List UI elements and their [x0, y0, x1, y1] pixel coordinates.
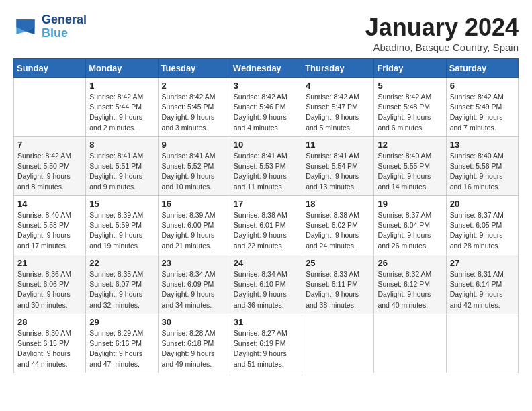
- day-info: Sunrise: 8:40 AMSunset: 5:55 PMDaylight:…: [378, 151, 442, 192]
- calendar-cell: 25Sunrise: 8:33 AMSunset: 6:11 PMDayligh…: [302, 255, 374, 314]
- weekday-header-tuesday: Tuesday: [158, 59, 230, 78]
- day-number: 11: [306, 140, 370, 150]
- logo-text: GeneralBlue: [42, 13, 87, 40]
- month-title: January 2024: [365, 13, 519, 42]
- calendar-cell: 9Sunrise: 8:41 AMSunset: 5:52 PMDaylight…: [158, 137, 230, 196]
- calendar-cell: 16Sunrise: 8:39 AMSunset: 6:00 PMDayligh…: [158, 196, 230, 255]
- page-header: GeneralBlue January 2024 Abadino, Basque…: [13, 13, 519, 53]
- day-info: Sunrise: 8:27 AMSunset: 6:19 PMDaylight:…: [234, 328, 298, 369]
- day-info: Sunrise: 8:29 AMSunset: 6:16 PMDaylight:…: [89, 328, 154, 369]
- location: Abadino, Basque Country, Spain: [365, 42, 519, 53]
- day-number: 16: [162, 199, 226, 209]
- week-row-3: 14Sunrise: 8:40 AMSunset: 5:58 PMDayligh…: [14, 196, 519, 255]
- day-number: 2: [162, 81, 226, 91]
- weekday-header-wednesday: Wednesday: [230, 59, 302, 78]
- day-number: 7: [17, 140, 82, 150]
- day-info: Sunrise: 8:37 AMSunset: 6:05 PMDaylight:…: [450, 210, 515, 251]
- logo: GeneralBlue: [13, 13, 87, 40]
- day-number: 21: [17, 258, 82, 268]
- day-info: Sunrise: 8:41 AMSunset: 5:52 PMDaylight:…: [162, 151, 226, 192]
- day-info: Sunrise: 8:37 AMSunset: 6:04 PMDaylight:…: [378, 210, 442, 251]
- calendar-cell: 18Sunrise: 8:38 AMSunset: 6:02 PMDayligh…: [302, 196, 374, 255]
- day-number: 20: [450, 199, 515, 209]
- day-info: Sunrise: 8:38 AMSunset: 6:02 PMDaylight:…: [306, 210, 370, 251]
- day-number: 31: [234, 317, 298, 327]
- calendar-cell: 21Sunrise: 8:36 AMSunset: 6:06 PMDayligh…: [14, 255, 86, 314]
- day-info: Sunrise: 8:39 AMSunset: 5:59 PMDaylight:…: [89, 210, 154, 251]
- day-info: Sunrise: 8:36 AMSunset: 6:06 PMDaylight:…: [17, 269, 82, 310]
- day-info: Sunrise: 8:41 AMSunset: 5:51 PMDaylight:…: [89, 151, 154, 192]
- calendar-cell: 3Sunrise: 8:42 AMSunset: 5:46 PMDaylight…: [230, 78, 302, 137]
- day-number: 14: [17, 199, 82, 209]
- calendar-cell: 20Sunrise: 8:37 AMSunset: 6:05 PMDayligh…: [446, 196, 518, 255]
- calendar-cell: 6Sunrise: 8:42 AMSunset: 5:49 PMDaylight…: [446, 78, 518, 137]
- day-number: 5: [378, 81, 442, 91]
- day-number: 25: [306, 258, 370, 268]
- calendar-cell: 27Sunrise: 8:31 AMSunset: 6:14 PMDayligh…: [446, 255, 518, 314]
- day-info: Sunrise: 8:41 AMSunset: 5:54 PMDaylight:…: [306, 151, 370, 192]
- weekday-header-thursday: Thursday: [302, 59, 374, 78]
- calendar-cell: 10Sunrise: 8:41 AMSunset: 5:53 PMDayligh…: [230, 137, 302, 196]
- calendar-cell: 29Sunrise: 8:29 AMSunset: 6:16 PMDayligh…: [86, 314, 158, 373]
- weekday-header-sunday: Sunday: [14, 59, 86, 78]
- calendar-cell: 23Sunrise: 8:34 AMSunset: 6:09 PMDayligh…: [158, 255, 230, 314]
- calendar-cell: 28Sunrise: 8:30 AMSunset: 6:15 PMDayligh…: [14, 314, 86, 373]
- day-number: 3: [234, 81, 298, 91]
- calendar-cell: 8Sunrise: 8:41 AMSunset: 5:51 PMDaylight…: [86, 137, 158, 196]
- day-number: 6: [450, 81, 515, 91]
- day-number: 24: [234, 258, 298, 268]
- day-info: Sunrise: 8:42 AMSunset: 5:46 PMDaylight:…: [234, 92, 298, 133]
- day-number: 23: [162, 258, 226, 268]
- calendar-cell: 7Sunrise: 8:42 AMSunset: 5:50 PMDaylight…: [14, 137, 86, 196]
- day-info: Sunrise: 8:34 AMSunset: 6:10 PMDaylight:…: [234, 269, 298, 310]
- day-info: Sunrise: 8:32 AMSunset: 6:12 PMDaylight:…: [378, 269, 442, 310]
- day-info: Sunrise: 8:33 AMSunset: 6:11 PMDaylight:…: [306, 269, 370, 310]
- day-number: 29: [89, 317, 154, 327]
- day-number: 19: [378, 199, 442, 209]
- day-number: 9: [162, 140, 226, 150]
- calendar-cell: 5Sunrise: 8:42 AMSunset: 5:48 PMDaylight…: [374, 78, 446, 137]
- day-info: Sunrise: 8:42 AMSunset: 5:50 PMDaylight:…: [17, 151, 82, 192]
- calendar-cell: [14, 78, 86, 137]
- day-number: 1: [89, 81, 154, 91]
- calendar-cell: 4Sunrise: 8:42 AMSunset: 5:47 PMDaylight…: [302, 78, 374, 137]
- calendar-cell: [446, 314, 518, 373]
- weekday-header-friday: Friday: [374, 59, 446, 78]
- calendar-cell: 19Sunrise: 8:37 AMSunset: 6:04 PMDayligh…: [374, 196, 446, 255]
- calendar-cell: 11Sunrise: 8:41 AMSunset: 5:54 PMDayligh…: [302, 137, 374, 196]
- title-block: January 2024 Abadino, Basque Country, Sp…: [365, 13, 519, 53]
- day-info: Sunrise: 8:40 AMSunset: 5:58 PMDaylight:…: [17, 210, 82, 251]
- day-number: 15: [89, 199, 154, 209]
- calendar-cell: 22Sunrise: 8:35 AMSunset: 6:07 PMDayligh…: [86, 255, 158, 314]
- day-info: Sunrise: 8:31 AMSunset: 6:14 PMDaylight:…: [450, 269, 515, 310]
- day-info: Sunrise: 8:42 AMSunset: 5:48 PMDaylight:…: [378, 92, 442, 133]
- day-info: Sunrise: 8:42 AMSunset: 5:45 PMDaylight:…: [162, 92, 226, 133]
- calendar-cell: [302, 314, 374, 373]
- weekday-header-row: SundayMondayTuesdayWednesdayThursdayFrid…: [14, 59, 519, 78]
- week-row-5: 28Sunrise: 8:30 AMSunset: 6:15 PMDayligh…: [14, 314, 519, 373]
- day-number: 26: [378, 258, 442, 268]
- calendar-cell: 26Sunrise: 8:32 AMSunset: 6:12 PMDayligh…: [374, 255, 446, 314]
- day-number: 4: [306, 81, 370, 91]
- logo-icon: [13, 15, 38, 39]
- calendar-cell: 17Sunrise: 8:38 AMSunset: 6:01 PMDayligh…: [230, 196, 302, 255]
- day-info: Sunrise: 8:39 AMSunset: 6:00 PMDaylight:…: [162, 210, 226, 251]
- day-number: 10: [234, 140, 298, 150]
- day-number: 12: [378, 140, 442, 150]
- calendar-cell: 31Sunrise: 8:27 AMSunset: 6:19 PMDayligh…: [230, 314, 302, 373]
- day-number: 27: [450, 258, 515, 268]
- day-info: Sunrise: 8:34 AMSunset: 6:09 PMDaylight:…: [162, 269, 226, 310]
- day-info: Sunrise: 8:30 AMSunset: 6:15 PMDaylight:…: [17, 328, 82, 369]
- weekday-header-monday: Monday: [86, 59, 158, 78]
- day-info: Sunrise: 8:28 AMSunset: 6:18 PMDaylight:…: [162, 328, 226, 369]
- calendar-cell: [374, 314, 446, 373]
- calendar-cell: 24Sunrise: 8:34 AMSunset: 6:10 PMDayligh…: [230, 255, 302, 314]
- day-info: Sunrise: 8:38 AMSunset: 6:01 PMDaylight:…: [234, 210, 298, 251]
- day-number: 13: [450, 140, 515, 150]
- day-number: 22: [89, 258, 154, 268]
- day-info: Sunrise: 8:41 AMSunset: 5:53 PMDaylight:…: [234, 151, 298, 192]
- day-info: Sunrise: 8:42 AMSunset: 5:49 PMDaylight:…: [450, 92, 515, 133]
- day-info: Sunrise: 8:35 AMSunset: 6:07 PMDaylight:…: [89, 269, 154, 310]
- calendar-cell: 2Sunrise: 8:42 AMSunset: 5:45 PMDaylight…: [158, 78, 230, 137]
- day-number: 8: [89, 140, 154, 150]
